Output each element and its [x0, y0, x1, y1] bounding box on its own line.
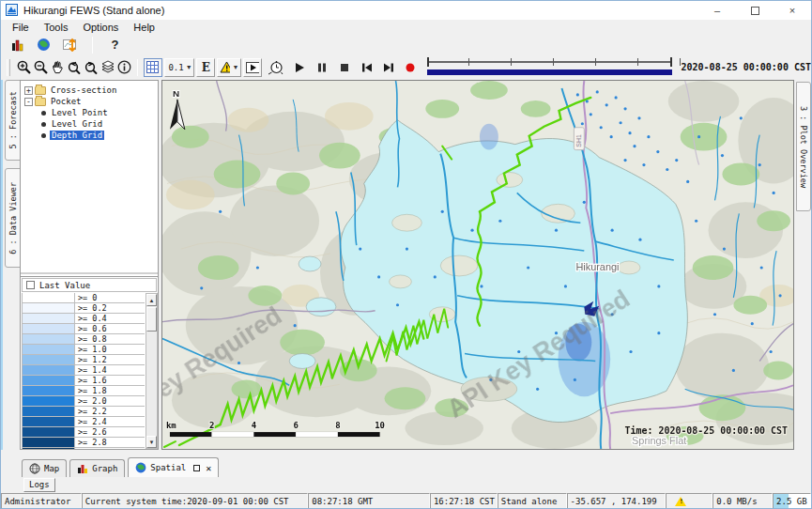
- contour-interval-combo[interactable]: 0.1 ▼: [164, 58, 195, 77]
- expander-icon[interactable]: +: [24, 86, 33, 95]
- titlebar: Hikurangi FEWS (Stand alone) – ×: [1, 1, 811, 20]
- close-tab-icon[interactable]: ✕: [206, 463, 211, 473]
- scrollbar-thumb[interactable]: [146, 307, 157, 332]
- legend-scrollbar[interactable]: ▲ ▼: [146, 293, 158, 449]
- database-bars-icon[interactable]: [8, 36, 26, 54]
- bar-chart-icon: [77, 463, 88, 474]
- grid-display-button[interactable]: [144, 58, 162, 77]
- menu-file[interactable]: File: [5, 22, 37, 33]
- legend-entry[interactable]: >= 2.2: [23, 407, 145, 417]
- logs-button[interactable]: Logs: [23, 478, 55, 492]
- legend-swatch: [23, 293, 75, 302]
- legend-entry[interactable]: >= 1.6: [23, 376, 145, 386]
- tree-item-level-grid[interactable]: Level Grid: [21, 118, 158, 130]
- tree-item-cross-section[interactable]: + Cross-section: [21, 85, 158, 96]
- help-button[interactable]: ?: [106, 36, 124, 54]
- tree-item-depth-grid[interactable]: Depth Grid: [21, 130, 158, 141]
- zoom-out-icon[interactable]: [33, 58, 50, 77]
- tree-item-level-point[interactable]: Level Point: [21, 107, 158, 118]
- float-panel-icon[interactable]: [193, 465, 200, 471]
- status-warning-cell: [666, 493, 712, 509]
- record-button[interactable]: [403, 58, 418, 77]
- legend-entry[interactable]: >= 1.0: [23, 345, 145, 355]
- svg-text:10: 10: [375, 421, 385, 430]
- folder-icon: [35, 86, 46, 95]
- svg-text:8: 8: [335, 421, 340, 430]
- svg-text:km: km: [166, 421, 176, 430]
- go-to-end-button[interactable]: [382, 58, 397, 77]
- status-mode: Stand alone: [498, 493, 567, 509]
- stop-button[interactable]: [337, 58, 352, 77]
- legend-entry[interactable]: >= 2.8: [23, 438, 145, 448]
- legend-entry[interactable]: >= 2.0: [23, 396, 145, 407]
- go-to-start-button[interactable]: [360, 58, 375, 77]
- wireframe-globe-icon: [29, 463, 40, 474]
- legend-entry[interactable]: >= 1.2: [23, 355, 145, 365]
- maximize-button[interactable]: [736, 1, 774, 20]
- profile-button[interactable]: E: [196, 58, 215, 77]
- zoom-in-icon[interactable]: [16, 58, 33, 77]
- toolbar-grip[interactable]: [7, 59, 10, 76]
- tab-map[interactable]: Map: [22, 459, 67, 477]
- minimize-button[interactable]: –: [698, 1, 736, 20]
- warning-threshold-button[interactable]: ▼: [217, 58, 241, 77]
- menu-tools[interactable]: Tools: [37, 22, 76, 33]
- svg-text:2: 2: [209, 421, 214, 430]
- menu-help[interactable]: Help: [126, 22, 162, 33]
- status-gmt-time: 08:27:18 GMT: [308, 493, 430, 509]
- legend-swatch: [23, 365, 75, 375]
- warning-icon[interactable]: [675, 497, 686, 506]
- play-button[interactable]: [292, 58, 307, 77]
- map-canvas[interactable]: SH1 API Key Required API Key Required Hi…: [161, 80, 794, 450]
- scroll-up-icon[interactable]: ▲: [146, 294, 157, 306]
- close-button[interactable]: ×: [774, 1, 811, 20]
- tree-item-pocket[interactable]: - Pocket: [21, 96, 158, 107]
- info-icon[interactable]: [116, 58, 132, 77]
- left-dock-strip: 5 : Forecast 6 : Data Viewer: [1, 80, 20, 450]
- globe-explorer-icon[interactable]: [35, 36, 53, 54]
- animation-player-button[interactable]: [243, 58, 262, 77]
- legend-entry[interactable]: >= 2.6: [23, 427, 145, 438]
- svg-text:N: N: [173, 88, 179, 99]
- tab-spatial[interactable]: Spatial ✕: [128, 457, 219, 477]
- legend-entry[interactable]: >= 1.4: [23, 365, 145, 376]
- last-value-checkbox[interactable]: [26, 281, 35, 289]
- road-shield: SH1: [574, 128, 584, 150]
- legend-swatch: [23, 324, 75, 333]
- tab-plot-overview[interactable]: 3 : Plot Overview: [796, 82, 811, 211]
- legend-entry[interactable]: >= 0.4: [23, 314, 145, 324]
- globe-icon: [135, 462, 146, 473]
- legend-entry[interactable]: >= 0.6: [23, 324, 145, 334]
- tab-forecast[interactable]: 5 : Forecast: [5, 80, 21, 161]
- legend-swatch: [23, 314, 75, 323]
- zoom-previous-icon[interactable]: [66, 58, 83, 77]
- pan-hand-icon[interactable]: [50, 58, 66, 77]
- legend-entry[interactable]: >= 0.2: [23, 303, 145, 314]
- legend-swatch: [23, 448, 75, 449]
- menu-options[interactable]: Options: [75, 22, 126, 33]
- timeseries-chart-icon[interactable]: [61, 36, 79, 54]
- legend-entry[interactable]: >= 0.8: [23, 334, 145, 345]
- svg-text:4: 4: [252, 421, 256, 430]
- tab-data-viewer[interactable]: 6 : Data Viewer: [5, 168, 21, 268]
- window-title: Hikurangi FEWS (Stand alone): [23, 5, 164, 16]
- legend-entry[interactable]: >= 2.4: [23, 417, 145, 427]
- layer-bullet-icon: [41, 122, 46, 127]
- layer-bullet-icon: [41, 111, 46, 116]
- legend-entry[interactable]: >= 1.8: [23, 386, 145, 396]
- pause-button[interactable]: [314, 58, 329, 77]
- legend-swatch: [23, 303, 75, 313]
- legend-entry[interactable]: >= 0: [23, 293, 145, 303]
- expander-icon[interactable]: -: [24, 98, 33, 106]
- status-user: Administrator: [1, 493, 82, 509]
- zoom-next-icon[interactable]: [83, 58, 100, 77]
- legend-entry[interactable]: >= 3.0: [23, 448, 145, 449]
- legend-swatch: [23, 407, 75, 416]
- scroll-down-icon[interactable]: ▼: [146, 436, 157, 448]
- interval-value: 0.1: [168, 63, 183, 72]
- logs-row: Logs: [1, 478, 811, 493]
- time-slider[interactable]: [425, 57, 673, 78]
- animation-timer-icon[interactable]: [268, 58, 284, 77]
- tab-graph[interactable]: Graph: [69, 459, 125, 477]
- layers-icon[interactable]: [100, 58, 116, 77]
